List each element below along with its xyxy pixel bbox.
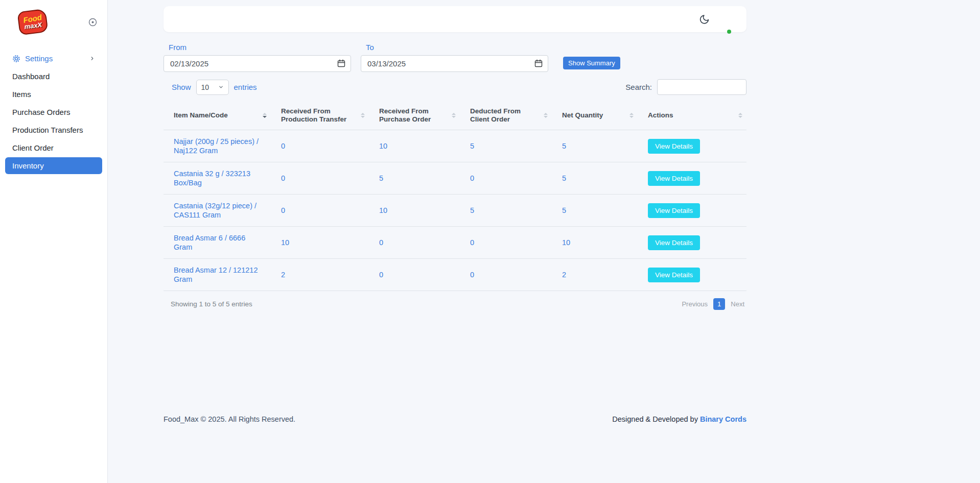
from-filter-group: From xyxy=(164,43,351,72)
gear-icon xyxy=(12,55,20,63)
cell-net-quantity: 10 xyxy=(552,227,638,259)
sidebar-item-label: Settings xyxy=(25,54,89,63)
chevron-down-icon xyxy=(218,84,224,90)
pagination-page-1[interactable]: 1 xyxy=(713,298,725,310)
cell-deducted-client: 0 xyxy=(460,259,552,291)
column-label: Item Name/Code xyxy=(174,111,228,119)
sort-icons xyxy=(629,113,634,118)
item-name-link[interactable]: Castania (32g/12 piece) / CAS111 Gram xyxy=(174,202,256,219)
sort-desc-icon xyxy=(452,116,456,118)
sort-desc-icon xyxy=(361,116,365,118)
show-summary-button[interactable]: Show Summary xyxy=(563,57,620,69)
cell-received-production: 0 xyxy=(271,162,369,195)
cell-received-purchase: 5 xyxy=(369,162,460,195)
sidebar-item-label: Client Order xyxy=(12,143,95,152)
sort-icons xyxy=(452,113,456,118)
page-footer: Food_Max © 2025. All Rights Reserved. De… xyxy=(164,415,746,423)
view-details-button[interactable]: View Details xyxy=(648,139,700,154)
table-row: Castania (32g/12 piece) / CAS111 Gram 0 … xyxy=(164,195,746,227)
footer-credit-text: Designed & Developed by xyxy=(612,415,698,423)
sidebar-item-label: Dashboard xyxy=(12,72,95,81)
sidebar-item-label: Items xyxy=(12,90,95,99)
view-details-button[interactable]: View Details xyxy=(648,171,700,186)
footer-credit: Designed & Developed byBinary Cords xyxy=(612,415,746,423)
cell-net-quantity: 5 xyxy=(552,130,638,162)
circle-dot-icon xyxy=(88,18,97,27)
column-header-received-production[interactable]: Received From Production Transfer xyxy=(271,101,369,130)
pagination-previous[interactable]: Previous xyxy=(680,298,710,310)
table-row: Bread Asmar 6 / 6666 Gram 10 0 0 10 View… xyxy=(164,227,746,259)
column-label: Deducted From Client Order xyxy=(470,107,541,124)
sidebar-item-label: Purchase Orders xyxy=(12,108,95,116)
column-header-deducted-client[interactable]: Deducted From Client Order xyxy=(460,101,552,130)
column-header-net-quantity[interactable]: Net Quantity xyxy=(552,101,638,130)
cell-received-purchase: 0 xyxy=(369,259,460,291)
sidebar-toggle-icon[interactable] xyxy=(88,18,97,27)
sort-desc-icon xyxy=(629,116,634,118)
to-filter-group: To xyxy=(361,43,548,72)
table-info: Showing 1 to 5 of 5 entries xyxy=(171,300,252,308)
item-name-link[interactable]: Najjar (200g / 25 pieces) / Naj122 Gram xyxy=(174,137,259,155)
sidebar-item-purchase-orders[interactable]: Purchase Orders xyxy=(5,104,102,120)
pagination-next[interactable]: Next xyxy=(729,298,746,310)
to-label: To xyxy=(366,43,548,52)
cell-net-quantity: 5 xyxy=(552,162,638,195)
content-container: From To xyxy=(164,6,746,423)
view-details-button[interactable]: View Details xyxy=(648,235,700,250)
sidebar-item-items[interactable]: Items xyxy=(5,86,102,103)
app-logo[interactable]: Food maxX xyxy=(17,9,48,35)
date-filter-row: From To xyxy=(164,43,746,72)
footer-brand-link[interactable]: Binary Cords xyxy=(700,415,746,423)
app-root: Food maxX Settings xyxy=(0,0,980,483)
sort-asc-icon xyxy=(263,113,267,115)
table-footer: Showing 1 to 5 of 5 entries Previous 1 N… xyxy=(164,298,746,310)
sidebar-item-label: Inventory xyxy=(12,161,95,170)
sidebar-item-client-order[interactable]: Client Order xyxy=(5,139,102,156)
sidebar-item-inventory[interactable]: Inventory xyxy=(5,157,102,174)
sort-icons xyxy=(544,113,548,118)
sidebar-item-production-transfers[interactable]: Production Transfers xyxy=(5,122,102,138)
sidebar-item-label: Production Transfers xyxy=(12,126,95,134)
sort-icons xyxy=(738,113,742,118)
status-dot xyxy=(727,30,731,34)
cell-received-production: 2 xyxy=(271,259,369,291)
search-group: Search: xyxy=(625,79,746,95)
sort-asc-icon xyxy=(738,113,742,115)
item-name-link[interactable]: Bread Asmar 6 / 6666 Gram xyxy=(174,234,245,251)
calendar-icon[interactable] xyxy=(337,59,346,68)
column-label: Net Quantity xyxy=(562,111,603,119)
sidebar-item-settings[interactable]: Settings xyxy=(5,50,102,67)
sort-icons xyxy=(263,113,267,118)
to-date-input[interactable] xyxy=(361,55,548,72)
to-date-wrap xyxy=(361,55,548,72)
sort-asc-icon xyxy=(544,113,548,115)
search-input[interactable] xyxy=(657,79,746,95)
page-size-value: 10 xyxy=(201,83,209,91)
cell-received-production: 10 xyxy=(271,227,369,259)
cell-received-purchase: 10 xyxy=(369,195,460,227)
page-size-select[interactable]: 10 xyxy=(196,80,229,95)
column-label: Received From Production Transfer xyxy=(281,107,358,124)
cell-received-production: 0 xyxy=(271,130,369,162)
sidebar-item-dashboard[interactable]: Dashboard xyxy=(5,68,102,85)
dark-mode-toggle[interactable] xyxy=(698,13,711,26)
view-details-button[interactable]: View Details xyxy=(648,268,700,282)
calendar-icon[interactable] xyxy=(534,59,543,68)
cell-received-production: 0 xyxy=(271,195,369,227)
column-header-actions[interactable]: Actions xyxy=(638,101,746,130)
column-label: Actions xyxy=(648,111,673,119)
column-header-item-name[interactable]: Item Name/Code xyxy=(164,101,271,130)
item-name-link[interactable]: Bread Asmar 12 / 121212 Gram xyxy=(174,266,258,283)
topbar xyxy=(164,6,746,32)
sidebar-header: Food maxX xyxy=(0,0,107,38)
column-header-received-purchase[interactable]: Received From Purchase Order xyxy=(369,101,460,130)
sort-desc-icon xyxy=(544,116,548,118)
from-date-input[interactable] xyxy=(164,55,351,72)
cell-deducted-client: 0 xyxy=(460,227,552,259)
chevron-right-icon xyxy=(89,56,95,61)
sidebar-nav: Settings Dashboard Items Purchase Orders… xyxy=(0,50,107,174)
view-details-button[interactable]: View Details xyxy=(648,203,700,218)
item-name-link[interactable]: Castania 32 g / 323213 Box/Bag xyxy=(174,170,250,187)
entries-label: entries xyxy=(234,83,257,91)
cell-received-purchase: 0 xyxy=(369,227,460,259)
